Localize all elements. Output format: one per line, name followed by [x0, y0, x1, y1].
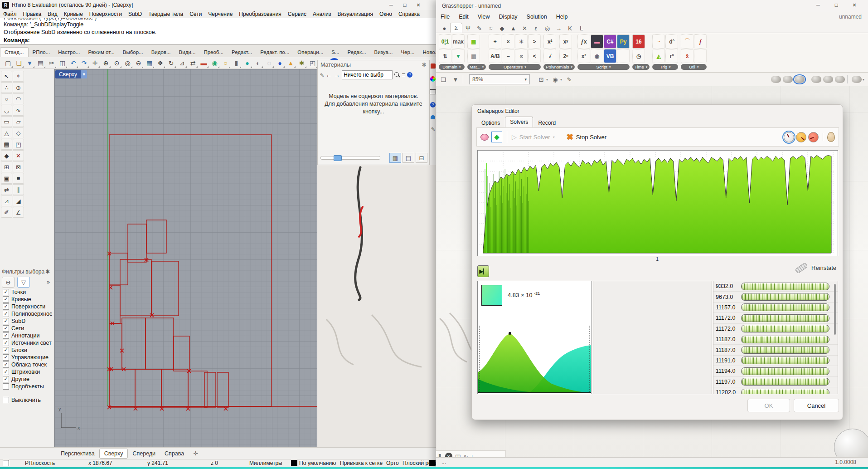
component-icon[interactable]: ⇅	[439, 49, 451, 63]
toolbar-icon[interactable]: ❖	[155, 58, 165, 68]
open-file-icon[interactable]: ❏	[438, 75, 448, 84]
disable-filter-row[interactable]: Выключить	[0, 396, 52, 404]
filter-checkbox-row[interactable]: ✓ Источники света	[0, 339, 52, 347]
category-tab[interactable]: K	[564, 24, 576, 33]
palette-tool-button[interactable]: ≡	[13, 173, 24, 184]
toolbar-icon[interactable]: ▮	[231, 58, 242, 68]
component-icon[interactable]: 2ⁿ	[559, 49, 572, 63]
gear-icon[interactable]: ✱	[45, 269, 50, 275]
toolbar-icon[interactable]: ❏	[14, 58, 24, 68]
component-icon[interactable]: A/B	[489, 49, 501, 63]
cplane-color-swatch[interactable]	[3, 460, 9, 466]
close-button[interactable]: ✕	[412, 0, 425, 10]
component-icon[interactable]: ⌒	[681, 34, 693, 49]
palette-tool-button[interactable]: ⊠	[13, 161, 24, 172]
fitness-list-panel[interactable]: 9332.0 9673.0 11157.0	[713, 281, 838, 394]
filter-checkbox-row[interactable]: ✓ Блоки	[0, 347, 52, 354]
minimize-button[interactable]: ─	[809, 0, 827, 10]
scrollbar-thumb[interactable]	[834, 284, 836, 335]
checkbox[interactable]: ✓	[3, 362, 9, 368]
component-icon[interactable]: VB	[604, 49, 616, 63]
fitness-row[interactable]: 11197.0	[713, 377, 838, 387]
component-icon[interactable]: ▬	[591, 34, 603, 49]
menu-item[interactable]: Help	[552, 14, 572, 20]
back-arrow-icon[interactable]: ←	[325, 71, 332, 78]
filter-checkbox-row[interactable]: ✓ Полиповерхности	[0, 310, 52, 318]
ok-button[interactable]: OK	[747, 399, 790, 412]
viewport-tab-active[interactable]: Сверху	[99, 449, 128, 459]
ribbon-group-label[interactable]: Time▾	[632, 64, 650, 70]
galapagos-dialog[interactable]: Galapagos Editor Options Solvers Record …	[471, 104, 843, 420]
checkbox[interactable]: ✓	[3, 376, 9, 382]
checkbox[interactable]: ✓	[3, 303, 9, 310]
save-file-icon[interactable]: ▼	[451, 75, 461, 84]
toolbar-tab[interactable]: Операци...	[293, 48, 327, 57]
toolbar-tab[interactable]: Редакт...	[228, 48, 256, 57]
gear-icon[interactable]: ✱	[422, 61, 427, 68]
grid-view-button[interactable]: ▦	[389, 153, 401, 163]
component-icon[interactable]: ƒ	[694, 34, 707, 49]
toolbar-icon[interactable]: ✂	[46, 58, 57, 68]
toolbar-tab[interactable]: Редак...	[344, 48, 370, 57]
component-icon[interactable]: ◉	[591, 49, 603, 63]
properties-tab-icon[interactable]	[431, 64, 436, 68]
fitness-row[interactable]: 11194.0	[713, 366, 838, 376]
menu-item[interactable]: Кривые	[61, 11, 86, 17]
ribbon-group-label[interactable]: Script▾	[577, 64, 630, 70]
toolbar-icon[interactable]: ▼	[24, 58, 35, 68]
palette-tool-button[interactable]: ▭	[1, 116, 12, 127]
category-tab[interactable]: Ψ	[462, 24, 474, 33]
component-icon[interactable]: 0¦1	[439, 34, 451, 49]
command-history[interactable]: Point location ( Type(T)=Coordinate ) Ко…	[0, 18, 436, 37]
preview-mode-wire-icon[interactable]	[783, 76, 793, 83]
eyedropper-icon[interactable]: ✐	[319, 73, 325, 77]
colors-tab-icon[interactable]	[430, 76, 436, 82]
component-icon[interactable]: x²	[543, 34, 556, 49]
component-icon[interactable]: x̄	[681, 49, 693, 63]
toolbar-icon[interactable]: ▤	[35, 58, 46, 68]
category-tab[interactable]: ◆	[496, 24, 508, 33]
menu-item[interactable]: Поверхности	[86, 11, 125, 17]
toolbar-icon[interactable]: ⊕	[101, 58, 111, 68]
ribbon-group-label[interactable]: Mat...▾	[467, 64, 486, 70]
hamburger-menu-icon[interactable]: ≡	[402, 71, 405, 78]
palette-tool-button[interactable]: ✕	[13, 150, 24, 161]
fitness-row[interactable]: 11202.0	[713, 387, 838, 394]
palette-tool-button[interactable]: ∥	[13, 184, 24, 195]
slider-thumb[interactable]	[334, 155, 342, 161]
ribbon-group-label[interactable]: Polynomials▾	[543, 64, 575, 70]
component-icon[interactable]: ×	[502, 34, 514, 49]
annealing-solver-icon[interactable]	[480, 134, 489, 141]
category-tab[interactable]: ≈	[485, 24, 496, 33]
toolbar-tab[interactable]: S...	[327, 48, 343, 57]
menu-item[interactable]: SubD	[125, 11, 145, 17]
component-icon[interactable]: ∝	[515, 49, 528, 63]
viewport-tab[interactable]: Справа	[160, 449, 189, 458]
palette-tool-button[interactable]: ✐	[1, 207, 12, 218]
component-icon[interactable]: ✶	[515, 34, 528, 49]
palette-tool-button[interactable]: ▣	[1, 173, 12, 184]
toolbar-icon[interactable]: ●	[275, 58, 285, 68]
component-icon[interactable]: max	[452, 34, 465, 49]
category-tab[interactable]: L	[576, 24, 587, 33]
component-icon[interactable]	[617, 49, 630, 63]
toolbar-icon[interactable]: ↻	[166, 58, 176, 68]
component-icon[interactable]: +	[489, 34, 501, 49]
filter-checkbox-row[interactable]: ✓ Поверхности	[0, 303, 52, 310]
toolbar-tab[interactable]: Види...	[175, 48, 200, 57]
display-quality-icon[interactable]	[852, 76, 862, 83]
zoom-extents-icon[interactable]: ⊡	[536, 75, 546, 84]
viewport-tab[interactable]: Перспектива	[56, 449, 99, 458]
tab-record[interactable]: Record	[533, 117, 561, 128]
filter-mode-icon[interactable]: ⊖	[2, 277, 15, 288]
toolbar-icon[interactable]: ✛	[90, 58, 100, 68]
checkbox[interactable]: ✓	[3, 318, 9, 324]
category-tab[interactable]: ✎	[474, 24, 485, 33]
palette-tool-button[interactable]: ⊙	[13, 82, 24, 93]
notifications-tab-icon[interactable]	[431, 115, 435, 119]
component-icon[interactable]: 16	[632, 34, 645, 49]
component-icon[interactable]: C#	[604, 34, 616, 49]
speed-fast-gauge-icon[interactable]	[784, 132, 794, 142]
component-icon[interactable]: <	[528, 49, 541, 63]
palette-tool-button[interactable]: ⇄	[1, 184, 12, 195]
